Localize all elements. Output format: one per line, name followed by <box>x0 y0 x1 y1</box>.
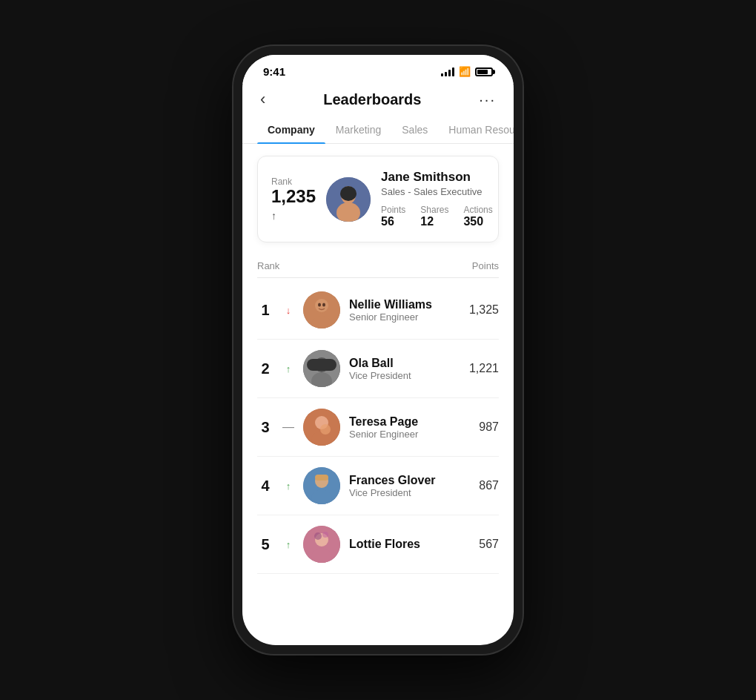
signal-icon <box>441 67 454 76</box>
shares-value: 12 <box>420 215 448 228</box>
item-rank-3: 3 <box>257 419 273 436</box>
list-item[interactable]: 4 ↑ Frances Glover Vice President <box>257 457 499 515</box>
item-points-5: 567 <box>479 538 499 551</box>
svg-rect-14 <box>307 359 336 371</box>
wifi-icon: 📶 <box>459 66 471 77</box>
current-user-card: Rank 1,235 ↑ Jane Smithson Sales - <box>257 156 499 242</box>
svg-point-8 <box>315 299 328 312</box>
shares-label: Shares <box>420 205 448 215</box>
current-user-role: Sales - Sales Executive <box>381 186 493 197</box>
item-trend-4: ↑ <box>282 481 294 492</box>
svg-point-9 <box>318 303 321 307</box>
item-name-1: Nellie Williams <box>349 298 460 311</box>
item-points-2: 1,221 <box>469 362 499 375</box>
more-button[interactable]: ··· <box>479 91 496 108</box>
svg-point-2 <box>340 186 357 201</box>
item-points-1: 1,325 <box>469 303 499 317</box>
list-item[interactable]: 1 ↓ Nellie Wil <box>257 281 499 340</box>
item-trend-3: — <box>282 420 294 434</box>
item-role-4: Vice President <box>349 487 470 498</box>
svg-rect-4 <box>340 205 357 210</box>
svg-point-26 <box>314 532 322 540</box>
tab-bar: Company Marketing Sales Human Resources <box>242 118 514 144</box>
actions-value: 350 <box>463 215 492 228</box>
current-user-name: Jane Smithson <box>381 170 493 185</box>
tab-hr[interactable]: Human Resources <box>438 118 514 143</box>
tab-marketing[interactable]: Marketing <box>325 118 391 143</box>
svg-point-27 <box>322 532 328 538</box>
stat-shares: Shares 12 <box>420 205 448 228</box>
item-name-3: Teresa Page <box>349 415 470 429</box>
tab-company[interactable]: Company <box>257 118 325 143</box>
item-role-3: Senior Engineer <box>349 429 470 440</box>
item-points-4: 867 <box>479 479 499 492</box>
item-rank-4: 4 <box>257 478 273 495</box>
leaderboard-list: 1 ↓ Nellie Wil <box>257 281 499 574</box>
item-role-1: Senior Engineer <box>349 311 460 323</box>
item-rank-2: 2 <box>257 360 273 377</box>
item-points-3: 987 <box>479 420 499 434</box>
item-info-1: Nellie Williams Senior Engineer <box>349 298 460 323</box>
stat-points: Points 56 <box>381 205 405 228</box>
avatar-ola <box>303 350 340 387</box>
tab-sales[interactable]: Sales <box>391 118 438 143</box>
item-info-5: Lottie Flores <box>349 538 470 551</box>
actions-label: Actions <box>463 205 492 215</box>
points-value: 56 <box>381 215 405 228</box>
avatar-nellie <box>303 291 340 328</box>
rank-label: Rank <box>271 176 292 187</box>
battery-icon <box>475 67 493 76</box>
back-button[interactable]: ‹ <box>260 90 265 109</box>
avatar-lottie <box>303 526 340 563</box>
item-trend-5: ↑ <box>282 539 294 550</box>
svg-point-10 <box>322 303 325 307</box>
item-info-4: Frances Glover Vice President <box>349 474 470 498</box>
stat-actions: Actions 350 <box>463 205 492 228</box>
svg-rect-22 <box>315 475 328 481</box>
phone-screen: 9:41 📶 ‹ Leaderboards ··· Company <box>242 55 514 645</box>
item-info-2: Ola Ball Vice President <box>349 357 460 381</box>
list-item[interactable]: 5 ↑ Lottie Flores <box>257 515 499 574</box>
phone-frame: 9:41 📶 ‹ Leaderboards ··· Company <box>233 46 523 654</box>
main-content: Rank 1,235 ↑ Jane Smithson Sales - <box>242 144 514 645</box>
item-info-3: Teresa Page Senior Engineer <box>349 415 470 440</box>
stats-row: Points 56 Shares 12 Actions 350 <box>381 205 493 228</box>
status-bar: 9:41 📶 <box>242 55 514 84</box>
list-header: Rank Points <box>257 257 499 278</box>
status-time: 9:41 <box>263 65 285 78</box>
list-header-rank: Rank <box>257 260 279 271</box>
rank-section: Rank 1,235 ↑ <box>271 176 316 221</box>
list-header-points: Points <box>472 260 499 271</box>
svg-point-18 <box>320 424 331 435</box>
item-name-2: Ola Ball <box>349 357 460 370</box>
list-item[interactable]: 3 — Teresa Page Senior Engineer <box>257 398 499 457</box>
rank-trend-icon: ↑ <box>271 210 276 222</box>
item-trend-1: ↓ <box>282 305 294 316</box>
page-title: Leaderboards <box>323 91 421 108</box>
status-icons: 📶 <box>441 66 493 77</box>
item-role-2: Vice President <box>349 370 460 381</box>
points-label: Points <box>381 205 405 215</box>
rank-number: 1,235 <box>271 187 316 206</box>
header: ‹ Leaderboards ··· <box>242 84 514 118</box>
avatar-frances <box>303 467 340 504</box>
item-trend-2: ↑ <box>282 363 294 374</box>
current-user-avatar <box>326 177 371 222</box>
item-name-5: Lottie Flores <box>349 538 470 551</box>
item-name-4: Frances Glover <box>349 474 470 487</box>
item-rank-5: 5 <box>257 536 273 553</box>
item-rank-1: 1 <box>257 302 273 319</box>
avatar-teresa <box>303 409 340 446</box>
list-item[interactable]: 2 ↑ Ola Ball Vice President <box>257 340 499 398</box>
current-user-info: Jane Smithson Sales - Sales Executive Po… <box>381 170 493 228</box>
